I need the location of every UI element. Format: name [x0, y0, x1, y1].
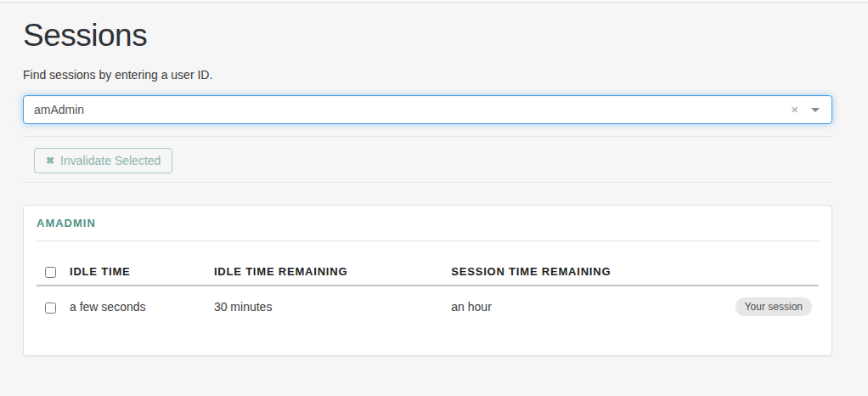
navbar-bottom-edge: [0, 0, 868, 3]
idle-time-remaining-value: 30 minutes: [207, 286, 444, 326]
user-id-search-input[interactable]: [23, 95, 832, 124]
page-subtitle: Find sessions by entering a user ID.: [23, 68, 832, 82]
column-header-idle-time-remaining: IDLE TIME REMAINING: [207, 258, 444, 286]
invalidate-x-icon: ✖: [46, 156, 54, 166]
your-session-badge: Your session: [736, 297, 812, 316]
table-header-row: IDLE TIME IDLE TIME REMAINING SESSION TI…: [37, 258, 819, 286]
column-header-idle-time: IDLE TIME: [63, 258, 207, 286]
panel-heading-username: AMADMIN: [37, 206, 819, 241]
page-title: Sessions: [23, 18, 832, 54]
sessions-toolbar: ✖ Invalidate Selected: [34, 148, 832, 173]
badge-cell: Your session: [724, 286, 819, 326]
sessions-table-wrap: IDLE TIME IDLE TIME REMAINING SESSION TI…: [37, 258, 819, 326]
sessions-table: IDLE TIME IDLE TIME REMAINING SESSION TI…: [37, 258, 819, 326]
clear-search-icon[interactable]: ×: [791, 102, 798, 116]
column-header-session-time-remaining: SESSION TIME REMAINING: [444, 258, 724, 286]
divider-below-toolbar: [23, 182, 832, 183]
invalidate-selected-label: Invalidate Selected: [60, 154, 161, 167]
user-id-search: ×: [23, 95, 832, 124]
session-time-remaining-value: an hour: [444, 286, 724, 326]
sessions-page: Sessions Find sessions by entering a use…: [23, 18, 832, 356]
session-row: a few seconds 30 minutes an hour Your se…: [37, 286, 819, 326]
column-header-badge: [724, 258, 819, 286]
idle-time-value: a few seconds: [63, 286, 207, 326]
select-all-cell: [37, 258, 63, 286]
dropdown-caret-icon[interactable]: [811, 108, 820, 112]
divider-above-toolbar: [23, 136, 832, 137]
sessions-result-panel: AMADMIN IDLE TIME IDLE TIME REMAINING SE…: [23, 205, 832, 356]
row-select-checkbox[interactable]: [45, 303, 56, 314]
select-all-checkbox[interactable]: [45, 267, 56, 278]
row-select-cell: [37, 286, 63, 326]
invalidate-selected-button[interactable]: ✖ Invalidate Selected: [34, 148, 172, 173]
